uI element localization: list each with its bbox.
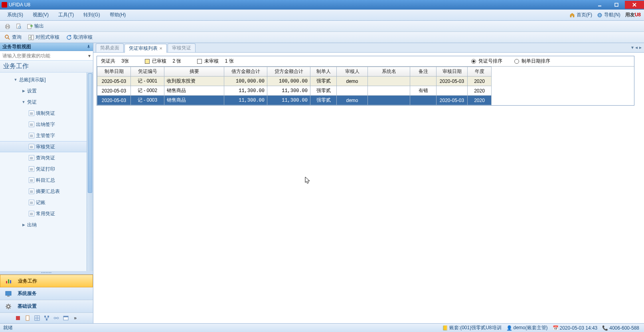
doc-icon[interactable] [24, 315, 31, 321]
expand-icon[interactable]: » [72, 315, 79, 321]
svg-rect-24 [26, 316, 29, 320]
tb-preview-icon[interactable] [14, 22, 23, 30]
link-nav[interactable]: 导航(N) [597, 12, 620, 18]
col-summary[interactable]: 摘要 [164, 67, 224, 77]
toolbar-2: 查询 对照式审核 取消审核 [0, 32, 644, 43]
sidebar: 业务导航视图 ▾ 业务工作 ▼总账[演示版] ▶设置 ▼凭证 ▤填制凭证 ▤出纳… [0, 43, 93, 323]
tb-compare-audit[interactable]: 对照式审核 [27, 33, 61, 41]
link-icon[interactable] [53, 315, 59, 321]
tab-next-icon[interactable]: ▸ [639, 45, 642, 50]
sidebar-search: ▾ [0, 51, 93, 61]
status-phone: 📞4006-600-588 [601, 325, 641, 331]
tree-leaf[interactable]: ▤记账 [0, 197, 93, 208]
col-no[interactable]: 凭证编号 [131, 67, 164, 77]
navbtn-basicset[interactable]: 基础设置 [0, 300, 93, 313]
menu-view[interactable]: 视图(V) [29, 10, 53, 20]
nav-label: 导航(N) [604, 12, 620, 18]
chevron-right-icon: ▶ [22, 223, 26, 227]
titlebar: UFIDA U8 [0, 0, 644, 10]
menu-help[interactable]: 帮助(H) [106, 10, 130, 20]
tree-cashier[interactable]: ▶出纳 [0, 219, 93, 230]
svg-point-22 [8, 306, 9, 307]
pin-icon[interactable] [87, 44, 91, 50]
nav-tree: ▼总账[演示版] ▶设置 ▼凭证 ▤填制凭证 ▤出纳签字 ▤主管签字 ▤审核凭证… [0, 73, 93, 271]
tree-leaf[interactable]: ▤出纳签字 [0, 119, 93, 130]
search-input[interactable] [0, 53, 86, 59]
radio-sort-number[interactable]: 凭证号排序 [471, 58, 502, 65]
minimize-button[interactable] [591, 1, 608, 9]
svg-point-12 [5, 35, 8, 38]
home-label: 首页(F) [577, 12, 592, 18]
tab-simple-desktop[interactable]: 简易桌面 [96, 43, 124, 52]
col-auditor[interactable]: 审核人 [337, 67, 368, 77]
col-credit[interactable]: 贷方金额合计 [267, 67, 310, 77]
grid-container: 凭证共 3张 已审核 2 张 未审核 1 张 凭证号排序 制单日期排序 制单日期 [97, 56, 634, 106]
maximize-button[interactable] [608, 1, 625, 9]
svg-rect-14 [29, 35, 31, 40]
tree-icon[interactable] [43, 315, 50, 321]
tree-leaf[interactable]: ▤主管签字 [0, 130, 93, 141]
scrollbar-thumb[interactable] [88, 73, 92, 193]
close-button[interactable] [625, 1, 644, 9]
document-icon: ▤ [29, 177, 34, 183]
tb-cancel-audit[interactable]: 取消审核 [65, 33, 94, 41]
col-note[interactable]: 备注 [410, 67, 437, 77]
table-row[interactable]: 2020-05-03记 - 0001收到股东投资100,000.00100,00… [97, 77, 492, 86]
radio-sort-date[interactable]: 制单日期排序 [514, 58, 550, 65]
stop-icon[interactable] [15, 315, 21, 321]
tab-voucher-audit-list[interactable]: 凭证审核列表✕ [124, 44, 167, 53]
tree-leaf[interactable]: ▤查询凭证 [0, 152, 93, 163]
status-datetime: 📅2020-05-03 14:43 [551, 325, 599, 331]
tree-leaf[interactable]: ▤凭证打印 [0, 163, 93, 175]
svg-rect-16 [6, 281, 7, 283]
svg-rect-28 [44, 316, 46, 317]
tree-scrollbar[interactable] [87, 73, 93, 271]
table-row[interactable]: 2020-05-03记 - 0002销售商品11,300.0011,300.00… [97, 86, 492, 96]
tree-leaf-audit[interactable]: ▤审核凭证 [0, 141, 93, 152]
link-home[interactable]: 首页(F) [569, 12, 592, 18]
monitor-icon [4, 290, 14, 298]
tab-dropdown-icon[interactable]: ▾ [631, 45, 634, 50]
col-maker[interactable]: 制单人 [310, 67, 337, 77]
tree-leaf[interactable]: ▤科目汇总 [0, 175, 93, 186]
tree-leaf[interactable]: ▤摘要汇总表 [0, 186, 93, 197]
tab-audit-voucher[interactable]: 审核凭证 [168, 43, 196, 52]
tree-leaf[interactable]: ▤填制凭证 [0, 108, 93, 119]
col-debit[interactable]: 借方金额合计 [224, 67, 267, 77]
navbtn-sysservice[interactable]: 系统服务 [0, 287, 93, 300]
col-date[interactable]: 制单日期 [97, 67, 131, 77]
grid-icon[interactable] [34, 315, 40, 321]
search-dropdown-icon[interactable]: ▾ [86, 53, 93, 59]
svg-line-10 [20, 28, 21, 29]
tree-settings[interactable]: ▶设置 [0, 85, 93, 96]
document-icon: ▤ [29, 122, 34, 127]
brand: 用友U8 [625, 12, 641, 18]
tab-prev-icon[interactable]: ◂ [635, 45, 638, 50]
col-year[interactable]: 年度 [468, 67, 492, 77]
navbtn-business[interactable]: 业务工作 [0, 275, 93, 287]
menu-system[interactable]: 系统(S) [3, 10, 27, 20]
export-label: 输出 [34, 23, 44, 29]
col-system[interactable]: 系统名 [368, 67, 410, 77]
tb-print-icon[interactable] [3, 22, 12, 30]
sidebar-section-title: 业务工作 [0, 61, 93, 73]
menu-goto[interactable]: 转到(G) [79, 10, 104, 20]
tb-export[interactable]: 输出 [26, 22, 45, 30]
splitter-handle[interactable]: ••••••• [0, 271, 93, 274]
tab-close-icon[interactable]: ✕ [159, 46, 162, 51]
home-icon [569, 12, 575, 18]
table-row[interactable]: 2020-05-03记 - 0003销售商品11,300.0011,300.00… [97, 96, 492, 105]
compare-label: 对照式审核 [36, 34, 59, 41]
phone-icon: 📞 [602, 325, 608, 331]
document-icon: ▤ [29, 144, 34, 149]
document-icon: ▤ [29, 155, 34, 161]
tree-leaf[interactable]: ▤常用凭证 [0, 208, 93, 219]
col-audit-date[interactable]: 审核日期 [437, 67, 468, 77]
document-icon: ▤ [29, 110, 34, 116]
menu-tools[interactable]: 工具(T) [54, 10, 78, 20]
tree-root[interactable]: ▼总账[演示版] [0, 74, 93, 85]
status-user: 👤demo(账套主管) [505, 324, 549, 331]
tree-voucher[interactable]: ▼凭证 [0, 96, 93, 108]
tb-query[interactable]: 查询 [3, 33, 23, 41]
window-icon[interactable] [63, 315, 69, 321]
